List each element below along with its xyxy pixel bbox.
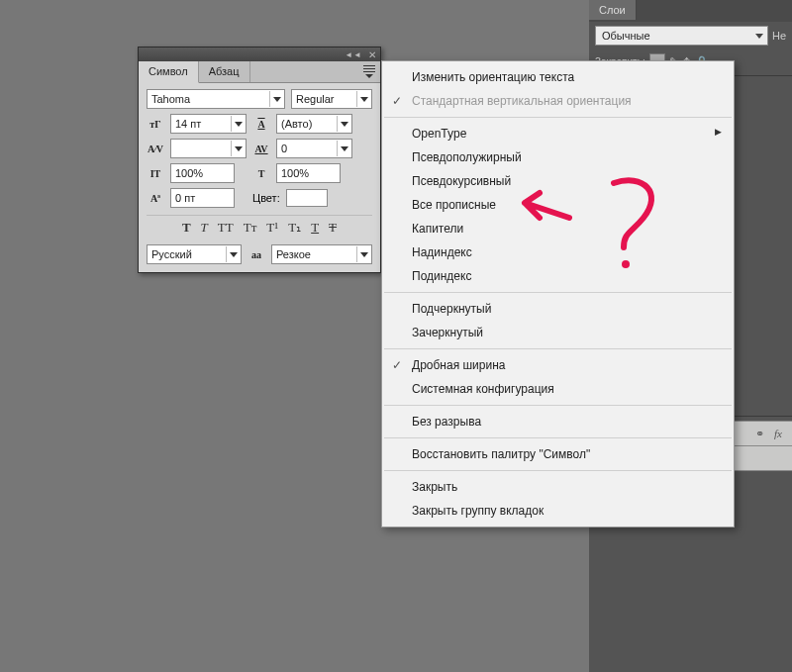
menu-separator	[384, 405, 732, 406]
menu-subscript[interactable]: Подиндекс	[382, 264, 734, 288]
menu-all-caps[interactable]: Все прописные	[382, 193, 734, 217]
character-panel: ◄◄ ✕ Символ Абзац Tahoma Regular тГ 14 п…	[138, 47, 381, 273]
antialias-icon: aа	[248, 246, 265, 262]
font-family-select[interactable]: Tahoma	[147, 89, 285, 109]
layers-tab[interactable]: Слои	[589, 0, 637, 20]
vscale-icon: IT	[147, 165, 164, 181]
menu-superscript[interactable]: Надиндекс	[382, 240, 734, 264]
menu-fractional-width[interactable]: Дробная ширина	[382, 353, 734, 377]
menu-separator	[384, 348, 732, 349]
vscale-field[interactable]: 100%	[170, 163, 235, 183]
menu-strikethrough[interactable]: Зачеркнутый	[382, 321, 734, 344]
menu-faux-italic[interactable]: Псевдокурсивный	[382, 169, 734, 193]
faux-italic-button[interactable]: T	[201, 220, 208, 236]
allcaps-button[interactable]: TT	[218, 220, 234, 236]
leading-icon: А	[252, 116, 270, 132]
menu-separator	[384, 437, 732, 438]
collapse-icon[interactable]: ◄◄	[345, 50, 362, 59]
kerning-field[interactable]	[170, 139, 247, 158]
panel-context-menu: Изменить ориентацию текста Стандартная в…	[381, 60, 735, 528]
menu-faux-bold[interactable]: Псевдополужирный	[382, 145, 734, 169]
baseline-icon: Aª	[147, 190, 164, 206]
menu-system-layout[interactable]: Системная конфигурация	[382, 377, 734, 401]
menu-small-caps[interactable]: Капители	[382, 217, 734, 240]
kerning-icon: A∕V	[147, 141, 164, 156]
menu-separator	[384, 117, 732, 118]
strike-button[interactable]: T	[329, 220, 337, 236]
tracking-field[interactable]: 0	[276, 139, 352, 158]
subscript-button[interactable]: T₁	[288, 220, 301, 236]
hscale-field[interactable]: 100%	[276, 163, 341, 183]
close-icon[interactable]: ✕	[368, 49, 376, 60]
truncated-label: Не	[772, 30, 786, 42]
menu-separator	[384, 470, 732, 471]
antialias-select[interactable]: Резкое	[271, 244, 372, 264]
menu-close-group[interactable]: Закрыть группу вкладок	[382, 499, 734, 523]
color-label: Цвет:	[252, 192, 280, 204]
tab-symbol[interactable]: Символ	[139, 61, 199, 83]
panel-menu-icon[interactable]	[358, 61, 380, 82]
text-style-row: T T TT Tт T¹ T₁ T T	[147, 215, 372, 236]
menu-reset-palette[interactable]: Восстановить палитру "Символ"	[382, 442, 734, 466]
underline-button[interactable]: T	[311, 220, 319, 236]
menu-no-break[interactable]: Без разрыва	[382, 410, 734, 433]
link-icon[interactable]: ⚭	[755, 428, 764, 440]
superscript-button[interactable]: T¹	[266, 220, 278, 236]
blend-mode-select[interactable]: Обычные	[595, 26, 768, 46]
menu-standard-vertical: Стандартная вертикальная ориентация	[382, 89, 734, 113]
baseline-field[interactable]: 0 пт	[170, 188, 235, 208]
menu-close[interactable]: Закрыть	[382, 475, 734, 499]
hscale-icon: T	[252, 165, 270, 181]
fx-icon[interactable]: fx	[774, 428, 782, 439]
menu-opentype[interactable]: OpenType	[382, 122, 734, 145]
font-size-icon: тГ	[147, 116, 164, 132]
font-size-field[interactable]: 14 пт	[170, 114, 247, 134]
menu-separator	[384, 292, 732, 293]
tracking-icon: AV	[252, 141, 270, 156]
faux-bold-button[interactable]: T	[182, 220, 191, 236]
language-select[interactable]: Русский	[147, 244, 242, 264]
smallcaps-button[interactable]: Tт	[244, 220, 257, 236]
panel-titlebar[interactable]: ◄◄ ✕	[139, 48, 380, 61]
menu-change-orientation[interactable]: Изменить ориентацию текста	[382, 65, 734, 89]
leading-field[interactable]: (Авто)	[276, 114, 352, 134]
font-style-select[interactable]: Regular	[291, 89, 372, 109]
menu-underline[interactable]: Подчеркнутый	[382, 297, 734, 321]
tab-paragraph[interactable]: Абзац	[199, 61, 250, 82]
color-swatch[interactable]	[286, 189, 328, 207]
